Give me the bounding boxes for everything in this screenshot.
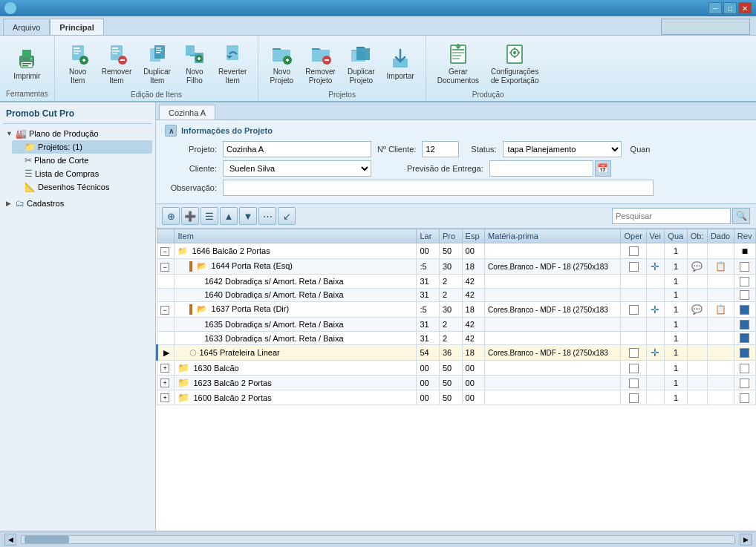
expand-btn[interactable]: − [160,306,169,315]
novo-item-button[interactable]: NovoItem [61,39,95,89]
expand-btn[interactable]: − [160,263,169,272]
td-rev[interactable] [734,259,755,275]
status-search-input[interactable] [661,19,750,35]
table-row[interactable]: 1635 Dobradiça s/ Amort. Reta / Baixa 31… [157,318,756,332]
table-row[interactable]: 1642 Dobradiça s/ Amort. Reta / Baixa 31… [157,275,756,289]
oper-checkbox[interactable] [629,305,639,315]
duplicar-projeto-button[interactable]: DuplicarProjeto [342,39,380,89]
td-expand[interactable]: − [157,259,175,275]
novo-filho-button[interactable]: NovoFilho [177,39,212,89]
td-oper[interactable] [621,259,646,275]
toolbar-filter-btn[interactable]: ⋯ [258,207,276,225]
expand-btn[interactable]: − [160,247,169,256]
th-dado[interactable]: Dado [707,229,734,243]
tree-item-lista-compras[interactable]: ▶ ☰ Lista de Compras [12,167,152,180]
table-row[interactable]: 1640 Dobradiça s/ Amort. Reta / Baixa 31… [157,288,756,302]
scroll-right-btn[interactable]: ▶ [740,534,752,546]
configuracoes-exportacao-button[interactable]: Configuraçõesde Exportação [486,39,544,89]
expand-btn[interactable]: + [160,379,169,387]
td-oper[interactable] [621,243,646,259]
duplicar-item-button[interactable]: DuplicarItem [138,39,176,89]
toolbar-add-group-btn[interactable]: ⊕ [162,207,180,225]
table-row[interactable]: − 📁 1646 Balcão 2 Portas 00 50 00 [157,243,756,259]
remover-item-button[interactable]: RemoverItem [97,39,137,89]
scroll-left-btn[interactable]: ◀ [4,534,16,546]
tree-item-plano-producao[interactable]: ▼ 🏭 Plano de Produção [3,127,152,140]
toolbar-list-btn[interactable]: ☰ [201,207,218,225]
novo-projeto-button[interactable]: NovoProjeto [264,39,299,89]
oper-checkbox[interactable] [629,393,639,403]
th-ob[interactable]: Ob: [687,229,707,243]
tree-item-desenhos-tecnicos[interactable]: ▶ 📐 Desenhos Técnicos [12,180,152,194]
no-cliente-input[interactable] [422,141,459,157]
tree-item-plano-corte[interactable]: ▶ ✂ Plano de Corte [12,154,152,167]
tab-cozinha-a[interactable]: Cozinha A [159,105,215,119]
calendar-icon[interactable]: 📅 [595,160,611,177]
expand-btn[interactable]: + [160,393,169,402]
table-row[interactable]: − 📂 1637 Porta Reta (Dir) :53018 Cores.B… [157,302,756,318]
rev-checkbox[interactable] [740,277,749,286]
th-materia-prima[interactable]: Matéria-prima [485,229,621,243]
th-qua[interactable]: Qua [665,229,687,243]
close-btn[interactable]: ✕ [738,2,752,14]
th-pro[interactable]: Pro [439,229,462,243]
rev-checkbox[interactable] [740,379,749,388]
toolbar-sort-btn[interactable]: ↙ [278,207,296,225]
tree-item-projetos[interactable]: ▶ 📁 Projetos: (1) [12,140,152,154]
print-button[interactable]: Imprimir [8,43,45,85]
table-row[interactable]: + 📁 1630 Balcão 005000 1 [157,361,756,376]
td-dado[interactable]: 📋 [707,259,734,275]
rev-checkbox[interactable] [740,305,749,315]
move-icon[interactable]: ✛ [651,261,659,272]
scroll-track[interactable] [21,535,735,544]
toolbar-add-btn[interactable]: ➕ [181,207,199,225]
search-input[interactable] [612,208,731,224]
toolbar-up-btn[interactable]: ▲ [220,207,238,225]
th-item[interactable]: Item [175,229,417,243]
minimize-btn[interactable]: ─ [708,2,722,14]
note-icon[interactable]: 💬 [691,304,703,315]
move-icon[interactable]: ✛ [651,304,659,315]
oper-checkbox[interactable] [629,246,639,256]
td-ob[interactable]: 💬 [687,259,707,275]
td-rev[interactable]: ■ [734,243,755,259]
reverter-item-button[interactable]: ReverterItem [213,39,252,89]
expand-btn[interactable]: + [160,364,169,373]
projeto-input[interactable] [223,141,371,157]
rev-checkbox[interactable] [740,320,749,330]
th-rev[interactable]: Rev [734,229,755,243]
rev-checkbox[interactable] [740,393,749,403]
data-table-wrap[interactable]: Item Lar Pro Esp Matéria-prima Oper Vei … [156,229,756,531]
copy-icon[interactable]: 📋 [715,304,726,315]
table-row[interactable]: ▶ ⬡ 1645 Prateleira Linear 54 36 18 Core… [157,345,756,361]
rev-checkbox[interactable] [740,364,749,373]
oper-checkbox[interactable] [629,348,639,358]
gerar-documentos-button[interactable]: GerarDocumentos [432,39,484,89]
tab-arquivo[interactable]: Arquivo [3,19,50,35]
table-row[interactable]: 1633 Dobradiça s/ Amort. Reta / Baixa 31… [157,331,756,345]
tree-item-cadastros[interactable]: ▶ 🗂 Cadastros [3,197,152,210]
table-row[interactable]: + 📁 1623 Balcão 2 Portas 005000 1 [157,376,756,390]
table-row[interactable]: + 📁 1600 Balcão 2 Portas 005000 1 [157,390,756,405]
th-lar[interactable]: Lar [417,229,440,243]
rev-checkbox[interactable] [740,348,749,358]
collapse-btn[interactable]: ∧ [165,125,177,137]
importar-button[interactable]: Importar [382,43,420,85]
move-icon[interactable]: ✛ [651,347,659,358]
rev-checkbox[interactable] [740,290,749,300]
maximize-btn[interactable]: □ [723,2,737,14]
toolbar-down-btn[interactable]: ▼ [239,207,257,225]
td-vei[interactable]: ✛ [646,259,665,275]
observacao-input[interactable] [223,180,654,196]
th-esp[interactable]: Esp [462,229,485,243]
previsao-entrega-input[interactable] [489,160,593,177]
td-expand[interactable]: − [157,302,175,318]
cliente-select[interactable]: Suelen Silva [223,160,371,177]
table-row[interactable]: − 📂 1644 Porta Reta (Esq) :5 30 18 Cores… [157,259,756,275]
td-expand[interactable]: − [157,243,175,259]
rev-checkbox[interactable] [740,333,749,343]
search-button[interactable]: 🔍 [732,208,750,224]
oper-checkbox[interactable] [629,379,639,388]
remover-projeto-button[interactable]: RemoverProjeto [300,39,341,89]
copy-icon[interactable]: 📋 [715,261,726,272]
